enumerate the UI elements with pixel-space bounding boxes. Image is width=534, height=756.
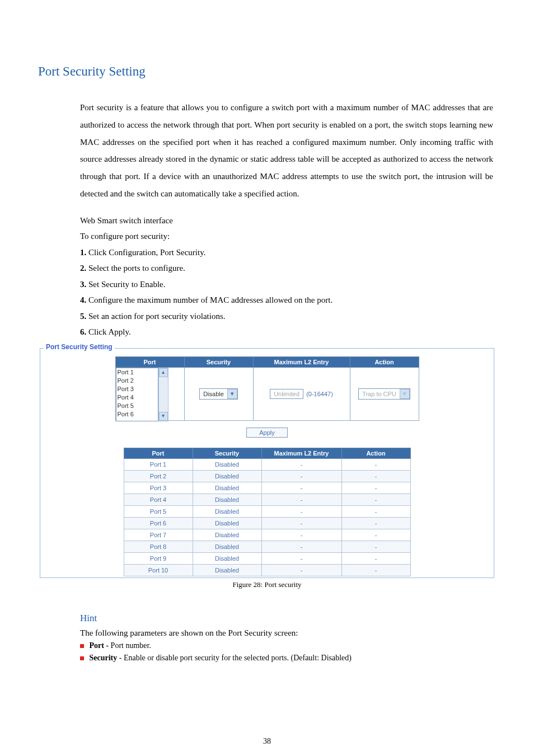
table-row: Port 9Disabled-- bbox=[124, 552, 410, 564]
cell-action: - bbox=[341, 564, 410, 576]
col-header-action: Action bbox=[341, 448, 410, 458]
cell-action: - bbox=[341, 482, 410, 494]
cell-security: Disabled bbox=[193, 541, 261, 552]
table-row: Port 10Disabled-- bbox=[124, 564, 410, 576]
hint-heading: Hint bbox=[80, 613, 493, 624]
port-option[interactable]: Port 3 bbox=[118, 385, 157, 393]
port-security-panel: Port Security Setting Port Security Maxi… bbox=[40, 348, 494, 578]
panel-legend: Port Security Setting bbox=[44, 343, 115, 351]
param-desc: Port number. bbox=[111, 641, 151, 650]
port-option[interactable]: Port 2 bbox=[118, 377, 157, 385]
step-number: 6. bbox=[80, 327, 86, 336]
col-header-security: Security bbox=[193, 448, 261, 458]
table-row: Port 1Disabled-- bbox=[124, 458, 410, 470]
scroll-up-icon[interactable]: ▴ bbox=[159, 368, 168, 377]
port-option[interactable]: Port 6 bbox=[118, 410, 157, 419]
table-row: Port 2Disabled-- bbox=[124, 470, 410, 482]
cell-port: Port 9 bbox=[124, 552, 193, 564]
action-select[interactable]: Trap to CPU ▾ bbox=[358, 388, 410, 400]
cell-max: - bbox=[261, 458, 341, 470]
cell-port: Port 5 bbox=[124, 505, 193, 517]
cell-action: - bbox=[341, 470, 410, 482]
security-select[interactable]: Disable ▾ bbox=[199, 388, 238, 400]
table-row: Port 7Disabled-- bbox=[124, 529, 410, 541]
table-row: Port 6Disabled-- bbox=[124, 517, 410, 529]
cell-max: - bbox=[261, 529, 341, 541]
col-header-max: Maximum L2 Entry bbox=[261, 448, 341, 458]
step-text: Click Configuration, Port Security. bbox=[86, 248, 205, 257]
cell-security: Disabled bbox=[193, 458, 261, 470]
table-row: Port 8Disabled-- bbox=[124, 541, 410, 552]
cell-action: - bbox=[341, 494, 410, 505]
action-select-value: Trap to CPU bbox=[359, 391, 400, 397]
cell-action: - bbox=[341, 552, 410, 564]
cell-port: Port 10 bbox=[124, 564, 193, 576]
port-option[interactable]: Port 4 bbox=[118, 393, 157, 402]
step-2: 2. Select the ports to configure. bbox=[80, 260, 493, 276]
scroll-down-icon[interactable]: ▾ bbox=[159, 412, 168, 421]
cell-max: - bbox=[261, 505, 341, 517]
hint-bullet-security: Security - Enable or disable port securi… bbox=[80, 654, 493, 663]
table-row: Port 5Disabled-- bbox=[124, 505, 410, 517]
max-entry-range: (0-16447) bbox=[305, 391, 333, 397]
step-4: 4. Configure the maximum number of MAC a… bbox=[80, 292, 493, 308]
section-subhead-2: To configure port security: bbox=[80, 228, 493, 245]
cell-action: - bbox=[341, 517, 410, 529]
cell-max: - bbox=[261, 494, 341, 505]
step-text: Set an action for port security violatio… bbox=[86, 312, 225, 321]
page-number: 38 bbox=[0, 737, 534, 746]
col-header-action: Action bbox=[350, 356, 419, 367]
apply-button[interactable]: Apply bbox=[246, 428, 288, 438]
cell-port: Port 4 bbox=[124, 494, 193, 505]
col-header-port: Port bbox=[124, 448, 193, 458]
hint-bullet-port: Port - Port number. bbox=[80, 641, 493, 650]
cell-action: - bbox=[341, 458, 410, 470]
figure-caption: Figure 28: Port security bbox=[38, 580, 496, 589]
step-number: 4. bbox=[80, 295, 86, 304]
max-entry-input[interactable]: Unlimited bbox=[270, 389, 303, 399]
cell-max: - bbox=[261, 552, 341, 564]
step-text: Click Apply. bbox=[86, 327, 130, 336]
port-list-scrollbar[interactable]: ▴ ▾ bbox=[158, 368, 168, 421]
chevron-down-icon[interactable]: ▾ bbox=[227, 389, 237, 399]
step-text: Configure the maximum number of MAC addr… bbox=[86, 295, 332, 304]
param-name: Security bbox=[90, 654, 118, 662]
cell-security: Disabled bbox=[193, 564, 261, 576]
step-number: 1. bbox=[80, 248, 86, 257]
table-row: Port 3Disabled-- bbox=[124, 482, 410, 494]
cell-action: - bbox=[341, 529, 410, 541]
square-bullet-icon bbox=[80, 656, 84, 660]
security-select-value: Disable bbox=[200, 391, 227, 397]
page-title: Port Security Setting bbox=[38, 64, 496, 79]
cell-port: Port 2 bbox=[124, 470, 193, 482]
cell-action: - bbox=[341, 505, 410, 517]
cell-action: - bbox=[341, 541, 410, 552]
step-number: 3. bbox=[80, 280, 86, 289]
step-number: 5. bbox=[80, 312, 86, 321]
cell-port: Port 1 bbox=[124, 458, 193, 470]
intro-paragraph: Port security is a feature that allows y… bbox=[80, 99, 493, 203]
cell-max: - bbox=[261, 564, 341, 576]
step-1: 1. Click Configuration, Port Security. bbox=[80, 245, 493, 261]
hint-lead: The following parameters are shown on th… bbox=[80, 628, 493, 638]
param-desc: - Enable or disable port security for th… bbox=[117, 654, 352, 662]
cell-security: Disabled bbox=[193, 470, 261, 482]
port-list-select[interactable]: Port 1 Port 2 Port 3 Port 4 Port 5 Port … bbox=[116, 368, 184, 420]
port-option[interactable]: Port 5 bbox=[118, 402, 157, 410]
cell-max: - bbox=[261, 470, 341, 482]
square-bullet-icon bbox=[80, 644, 84, 648]
param-name: Port - bbox=[90, 641, 111, 650]
port-option[interactable]: Port 1 bbox=[118, 368, 157, 377]
cell-security: Disabled bbox=[193, 517, 261, 529]
cell-max: - bbox=[261, 517, 341, 529]
step-6: 6. Click Apply. bbox=[80, 324, 493, 340]
col-header-max: Maximum L2 Entry bbox=[253, 356, 350, 367]
chevron-down-icon[interactable]: ▾ bbox=[400, 389, 410, 399]
cell-security: Disabled bbox=[193, 505, 261, 517]
cell-port: Port 8 bbox=[124, 541, 193, 552]
cell-port: Port 6 bbox=[124, 517, 193, 529]
col-header-security: Security bbox=[184, 356, 253, 367]
cell-max: - bbox=[261, 482, 341, 494]
step-number: 2. bbox=[80, 264, 86, 273]
cell-max: - bbox=[261, 541, 341, 552]
